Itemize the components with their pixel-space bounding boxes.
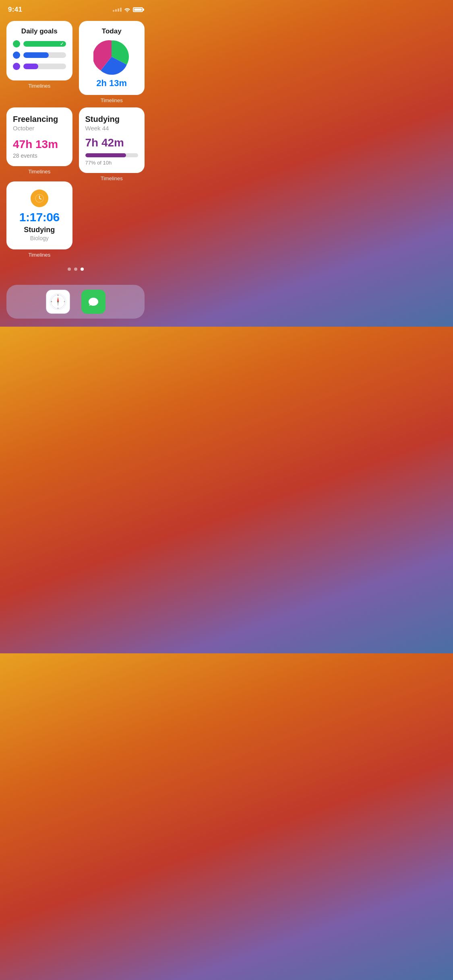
status-bar: 9:41 xyxy=(0,0,151,17)
timer-subtitle: Biology xyxy=(13,235,66,241)
studying-label: Timelines xyxy=(79,175,145,181)
svg-text:E: E xyxy=(64,301,65,303)
timer-widget-wrapper: 1:17:06 Studying Biology Timelines xyxy=(6,181,72,258)
messages-app-icon[interactable] xyxy=(81,290,105,314)
goal-row-1: ✓ xyxy=(13,40,66,47)
daily-goals-label: Timelines xyxy=(6,83,72,89)
freelancing-label: Timelines xyxy=(6,169,72,175)
svg-text:N: N xyxy=(57,294,58,296)
goal-bar-fill-1: ✓ xyxy=(23,41,66,47)
goal-bar-1: ✓ xyxy=(23,41,66,47)
today-label: Timelines xyxy=(79,97,145,103)
studying-subtitle: Week 44 xyxy=(85,125,139,132)
freelancing-widget[interactable]: Freelancing October 47h 13m 28 events xyxy=(6,107,72,166)
svg-point-13 xyxy=(57,301,58,303)
empty-cell xyxy=(79,181,145,258)
page-dot-3[interactable] xyxy=(81,268,84,271)
today-title: Today xyxy=(85,27,139,35)
studying-title: Studying xyxy=(85,115,139,124)
pie-chart xyxy=(93,39,130,75)
studying-bar-fill xyxy=(85,153,126,157)
goal-dot-3 xyxy=(13,63,20,70)
page-dot-1[interactable] xyxy=(68,268,71,271)
freelancing-time: 47h 13m xyxy=(13,138,66,151)
svg-text:W: W xyxy=(51,301,52,303)
goal-check-1: ✓ xyxy=(60,41,64,47)
svg-text:S: S xyxy=(57,308,58,309)
daily-goals-title: Daily goals xyxy=(13,27,66,35)
messages-icon xyxy=(86,294,101,309)
dock: N S E W xyxy=(6,285,145,319)
safari-app-icon[interactable]: N S E W xyxy=(46,290,70,314)
goal-bar-3 xyxy=(23,64,66,69)
goal-dot-2 xyxy=(13,51,20,59)
timer-grid: 1:17:06 Studying Biology Timelines xyxy=(6,181,145,258)
studying-percent: 77% of 10h xyxy=(85,160,139,166)
freelancing-widget-wrapper: Freelancing October 47h 13m 28 events Ti… xyxy=(6,107,72,181)
today-time: 2h 13m xyxy=(85,78,139,89)
goal-bar-fill-2 xyxy=(23,52,49,58)
clock-icon-wrap xyxy=(31,189,48,207)
timer-label: Timelines xyxy=(6,252,72,258)
timer-row: 1:17:06 Studying Biology Timelines xyxy=(0,181,151,258)
freelancing-title: Freelancing xyxy=(13,115,66,124)
page-dot-2[interactable] xyxy=(74,268,77,271)
clock-icon xyxy=(34,193,45,204)
freelancing-subtitle: October xyxy=(13,125,66,132)
battery-icon xyxy=(133,7,143,12)
goal-row-3 xyxy=(13,63,66,70)
daily-goals-widget-wrapper: Daily goals ✓ xyxy=(6,21,72,103)
page-dots xyxy=(0,268,151,271)
daily-goals-widget[interactable]: Daily goals ✓ xyxy=(6,21,72,80)
today-widget[interactable]: Today 2h 13m xyxy=(79,21,145,95)
goal-bar-2 xyxy=(23,52,66,58)
pie-chart-container xyxy=(85,39,139,75)
status-icons xyxy=(113,7,143,12)
studying-widget[interactable]: Studying Week 44 7h 42m 77% of 10h xyxy=(79,107,145,173)
widget-grid-row1: Daily goals ✓ xyxy=(0,17,151,103)
studying-widget-wrapper: Studying Week 44 7h 42m 77% of 10h Timel… xyxy=(79,107,145,181)
widget-grid-row2: Freelancing October 47h 13m 28 events Ti… xyxy=(0,103,151,181)
safari-icon: N S E W xyxy=(49,292,67,311)
timer-title: Studying xyxy=(13,226,66,234)
wifi-icon xyxy=(124,7,130,12)
timer-time: 1:17:06 xyxy=(13,210,66,224)
studying-time: 7h 42m xyxy=(85,136,139,149)
status-time: 9:41 xyxy=(8,6,22,14)
goal-dot-1 xyxy=(13,40,20,47)
timer-widget[interactable]: 1:17:06 Studying Biology xyxy=(6,181,72,249)
studying-bar-container xyxy=(85,153,139,157)
signal-icon xyxy=(113,8,122,12)
freelancing-events: 28 events xyxy=(13,152,66,159)
today-widget-wrapper: Today 2h 13m Timelines xyxy=(79,21,145,103)
goal-row-2 xyxy=(13,51,66,59)
goal-bar-fill-3 xyxy=(23,64,38,69)
